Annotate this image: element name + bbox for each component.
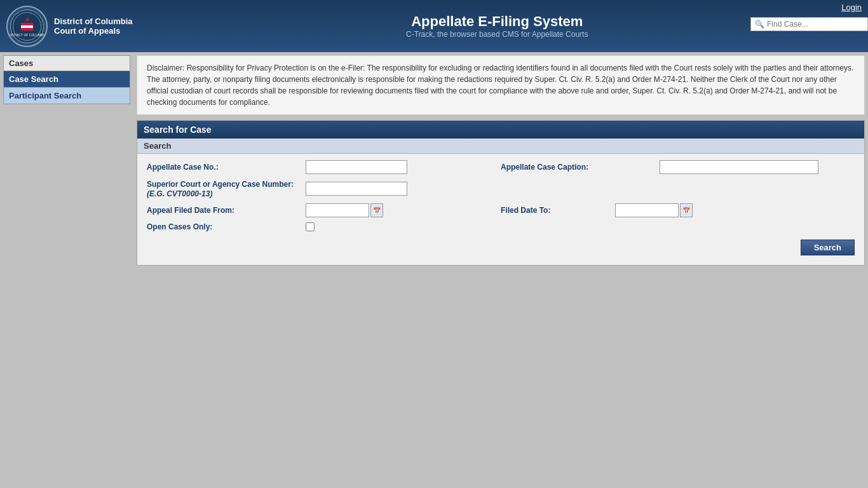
login-link[interactable]: Login: [835, 0, 868, 15]
search-left-col-3: Appeal Filed Date From: 📅: [147, 203, 501, 217]
appellate-case-no-input[interactable]: [306, 160, 407, 174]
appellate-case-no-label: Appellate Case No.:: [147, 163, 306, 172]
search-subheader: Search: [137, 139, 864, 154]
org-line2: Court of Appeals: [54, 26, 133, 36]
appeal-filed-date-from-label: Appeal Filed Date From:: [147, 206, 306, 215]
main-container: Cases Case Search Participant Search Dis…: [0, 52, 868, 488]
appellate-case-caption-input[interactable]: [660, 160, 818, 174]
disclaimer-text: Disclaimer: Responsibility for Privacy P…: [147, 64, 853, 107]
search-panel: Search for Case Search Appellate Case No…: [137, 120, 865, 266]
find-case-box[interactable]: 🔍: [750, 17, 868, 31]
header: ★ DISTRICT OF COLUMBIA District of Colum…: [0, 0, 868, 52]
svg-text:DISTRICT OF COLUMBIA: DISTRICT OF COLUMBIA: [10, 33, 44, 37]
svg-text:★: ★: [25, 17, 31, 23]
search-left-col-1: Appellate Case No.:: [147, 160, 501, 174]
appellate-case-caption-label: Appellate Case Caption:: [501, 163, 660, 172]
search-row-1: Appellate Case No.: Appellate Case Capti…: [147, 160, 855, 174]
open-cases-only-label: Open Cases Only:: [147, 222, 306, 231]
search-icon: 🔍: [755, 20, 764, 29]
content-area: Disclaimer: Responsibility for Privacy P…: [133, 52, 868, 269]
org-line1: District of Columbia: [54, 17, 133, 26]
org-name: District of Columbia Court of Appeals: [54, 17, 133, 36]
search-right-col-3: Filed Date To: 📅: [501, 203, 855, 217]
search-footer: Search: [147, 236, 855, 255]
search-right-col-1: Appellate Case Caption:: [501, 160, 855, 174]
app-subtitle: C-Track, the browser based CMS for Appel…: [133, 30, 862, 39]
header-right: Login 🔍: [750, 0, 868, 31]
search-row-3: Appeal Filed Date From: 📅 Filed Date To:…: [147, 203, 855, 217]
search-body: Appellate Case No.: Appellate Case Capti…: [137, 154, 864, 265]
search-left-col-2: Superior Court or Agency Case Number: (E…: [147, 179, 501, 198]
sidebar-section-title: Cases: [3, 55, 130, 71]
filed-date-to-calendar[interactable]: 📅: [680, 203, 693, 217]
search-row-2: Superior Court or Agency Case Number: (E…: [147, 179, 855, 198]
sidebar-item-participant-search[interactable]: Participant Search: [3, 88, 130, 104]
find-case-input[interactable]: [767, 20, 862, 29]
superior-court-input[interactable]: [306, 182, 407, 196]
filed-date-to-label: Filed Date To:: [501, 206, 615, 215]
filed-date-to-input[interactable]: [615, 203, 679, 217]
svg-rect-4: [21, 23, 33, 25]
appeal-filed-date-from-calendar[interactable]: 📅: [370, 203, 383, 217]
search-button[interactable]: Search: [801, 240, 855, 255]
search-panel-title: Search for Case: [137, 121, 864, 139]
sidebar-item-case-search[interactable]: Case Search: [3, 71, 130, 88]
open-cases-only-checkbox[interactable]: [306, 222, 315, 231]
court-logo: ★ DISTRICT OF COLUMBIA: [6, 6, 48, 47]
superior-court-sublabel: (E.G. CVT0000-13): [147, 189, 212, 198]
search-row-4: Open Cases Only:: [147, 222, 855, 231]
superior-court-label: Superior Court or Agency Case Number:: [147, 180, 294, 189]
appeal-filed-date-from-input[interactable]: [306, 203, 369, 217]
svg-rect-5: [21, 25, 33, 28]
svg-rect-6: [21, 28, 33, 30]
sidebar: Cases Case Search Participant Search: [0, 52, 133, 107]
disclaimer: Disclaimer: Responsibility for Privacy P…: [137, 55, 865, 115]
